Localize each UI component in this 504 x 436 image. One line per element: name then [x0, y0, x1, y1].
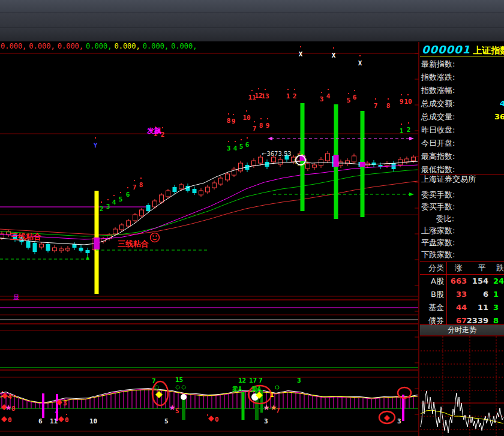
instrument-title[interactable]: 000001上证指数 [422, 43, 504, 56]
signal-dot [140, 178, 142, 179]
green-circle-marker [176, 386, 179, 389]
smiley-eye [155, 235, 157, 236]
signal-number: 3 [106, 203, 110, 211]
candle-up [259, 157, 263, 163]
candle-down [46, 244, 50, 251]
signal-dot [354, 90, 355, 91]
candle-up [113, 229, 118, 234]
value-total-volume: 36 [494, 110, 504, 124]
mark-dot [95, 137, 96, 139]
signal-dot [247, 137, 248, 139]
white-count-label: 3 [264, 417, 268, 425]
signal-number: 5 [239, 143, 244, 151]
y-mark: Y [94, 142, 98, 149]
sell-a-label: 卖A [232, 386, 242, 392]
candle-down [79, 248, 83, 251]
row-today-open: 今日开盘: [421, 137, 504, 150]
signal-number: 10 [242, 114, 250, 122]
signal-number: 9 [266, 122, 270, 130]
title-underline [420, 56, 504, 57]
signal-number: 4 [326, 92, 331, 100]
ma-line-white [0, 161, 418, 245]
signal-dot [107, 199, 109, 200]
signal-number: 2 [293, 92, 297, 100]
candle-down [173, 187, 177, 192]
white-ball-marker [181, 394, 187, 400]
down-基金: 3 [493, 301, 504, 314]
candle-up [166, 191, 170, 197]
signal-number: 3 [227, 145, 231, 152]
ticker-value: 0.000, [58, 42, 83, 50]
row-prev-close: 昨日收盘: [421, 124, 504, 137]
row-ratio: 委比: [421, 213, 504, 225]
signal-dot [162, 127, 163, 128]
indicator-green-bar [242, 392, 245, 420]
candle-up [412, 157, 416, 161]
candle-up [252, 161, 256, 166]
instrument-code[interactable]: 000001 [422, 43, 470, 56]
signal-number: 1 [400, 127, 404, 135]
indicator-magenta-bar [42, 393, 44, 418]
green-count-label: 7 [259, 377, 263, 384]
red-dot [15, 395, 16, 396]
white-count-label: 3 [397, 417, 401, 425]
signal-dot [401, 124, 402, 125]
instrument-name[interactable]: 上证指数 [473, 45, 504, 56]
chart-frame [415, 42, 419, 436]
exchange-name: 上海证券交易所 [421, 173, 504, 185]
chart-annotation: 发飙 [146, 127, 161, 135]
signal-number: 7 [374, 102, 378, 110]
ticker-value: 0.000, [1, 42, 26, 50]
candle-down [193, 189, 197, 193]
down-B股: 1 [493, 288, 504, 301]
green-count-label: 15 [175, 376, 183, 384]
signal-dot [294, 89, 295, 90]
signal-number: 8 [386, 102, 391, 110]
candle-up [398, 160, 403, 165]
chart-annotation: 三线粘合 [118, 239, 149, 248]
col-header-up: 涨 [450, 262, 467, 274]
signal-dot [408, 122, 409, 124]
red-diamond-marker [208, 416, 214, 422]
signal-dot [251, 90, 253, 91]
quote-panel: 000001上证指数 最新指数:指数涨跌:指数涨幅:总成交额:4总成交量:36昨… [420, 41, 504, 436]
candle-up [306, 164, 310, 169]
signal-dot [401, 94, 402, 95]
red-diamond-marker [384, 415, 390, 421]
yellow-count-label: 1 [270, 391, 274, 399]
green-circle-marker [182, 386, 185, 389]
indicator-value-strip: 0.000,0.000,0.000,0.000,0.000,0.000,0.00… [1, 42, 415, 50]
candle-up [272, 157, 276, 162]
ticker-value: 0.000, [114, 42, 140, 50]
candle-up [120, 225, 124, 230]
white-count-label: 11 [50, 417, 58, 425]
candle-up [239, 163, 243, 171]
row-decliners: 下跌家数: [421, 249, 504, 261]
x-mark: X [299, 50, 303, 58]
magenta-block [334, 155, 339, 167]
row-unchanged: 平盘家数: [421, 237, 504, 249]
red-count-label: 0 [8, 416, 12, 424]
signal-number: 4 [112, 199, 116, 206]
white-count-label: 10 [89, 417, 97, 425]
magenta-block [94, 237, 100, 249]
signal-dot [375, 98, 376, 100]
red-count-label: 8 [11, 405, 16, 413]
value-total-amount: 4 [500, 97, 504, 110]
flat-基金: 11 [466, 301, 488, 314]
yellow-signal-bar [94, 191, 100, 294]
white-count-label: 5 [164, 417, 169, 425]
green-circle-marker [275, 386, 279, 389]
red-count-label: 0 [65, 416, 69, 424]
candle-up [352, 156, 356, 162]
ticker-value: 0.000, [29, 42, 55, 50]
row-high-index: 最高指数: [421, 150, 504, 163]
signal-dot [235, 141, 236, 142]
magenta-block [360, 162, 365, 167]
signal-number: 5 [347, 97, 351, 104]
mini-chart-header[interactable]: 分时走势 [420, 325, 504, 335]
candle-up [140, 210, 144, 216]
red-count-label: 7 [276, 407, 280, 414]
signal-number: 2 [100, 205, 104, 213]
row-ask-lots: 委卖手数: [421, 189, 504, 201]
